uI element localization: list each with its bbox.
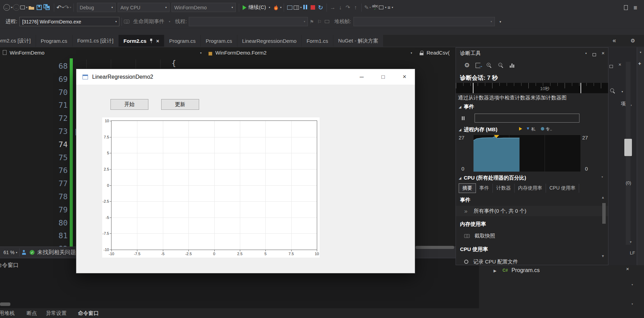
search-dropdown-icon[interactable]: ▾ bbox=[622, 90, 623, 93]
close-tab-icon[interactable]: × bbox=[156, 38, 159, 44]
close-panel-icon[interactable]: × bbox=[602, 50, 605, 56]
close-pane-icon[interactable]: × bbox=[618, 62, 621, 67]
command-scrollbar[interactable] bbox=[0, 302, 10, 306]
new-window-button[interactable]: ▾ bbox=[20, 3, 28, 12]
dtab-cpu-usage[interactable]: CPU 使用率 bbox=[546, 184, 579, 193]
dtab-summary[interactable]: 摘要 bbox=[459, 183, 476, 193]
hot-reload-button[interactable]: ▾ bbox=[274, 3, 282, 12]
message-button[interactable] bbox=[323, 17, 331, 27]
open-folder-button[interactable] bbox=[28, 3, 35, 12]
cpu-section-header[interactable]: ◢ CPU (所有处理器的百分比) bbox=[459, 175, 526, 181]
collapse-triangle-icon[interactable]: ◢ bbox=[459, 128, 461, 132]
dtab-counters[interactable]: 计数器 bbox=[493, 184, 515, 193]
save-all-button[interactable] bbox=[43, 3, 52, 12]
pause-events-icon[interactable] bbox=[461, 115, 465, 122]
tab-program-cs-2[interactable]: Program.cs bbox=[164, 35, 201, 47]
settings-gear-icon[interactable]: ⚙ bbox=[464, 61, 470, 69]
toolbar-options-button[interactable]: ≣ bbox=[632, 3, 639, 12]
process-combo[interactable]: [31276] WinFormDemo.exe▾ bbox=[19, 17, 119, 26]
memory-section-header[interactable]: ◢ 进程内存 (MB) bbox=[459, 126, 497, 133]
tab-nuget[interactable]: NuGet - 解决方案 bbox=[333, 35, 384, 47]
tab-form1-design[interactable]: Form1.cs [设计] bbox=[72, 35, 119, 47]
zoom-out-icon[interactable]: − bbox=[498, 62, 504, 68]
zoom-level[interactable]: 61 % bbox=[3, 250, 14, 255]
close-icon[interactable]: × bbox=[626, 266, 629, 272]
all-events-link[interactable]: 所有事件(0 个, 共 0 个) bbox=[474, 208, 526, 214]
tab-form2-design[interactable]: Form2.cs [设计] bbox=[0, 35, 36, 47]
scroll-tabs-icon[interactable]: « bbox=[613, 37, 616, 44]
graphs-scroll-down-icon[interactable]: ▾ bbox=[602, 175, 603, 179]
search-icon[interactable] bbox=[610, 88, 616, 95]
maximize-button[interactable]: □ bbox=[375, 72, 391, 82]
edge-dropdown-icon[interactable]: ▾ bbox=[640, 51, 641, 54]
show-next-statement-button[interactable]: → bbox=[329, 3, 336, 12]
health-text[interactable]: 未找到相关问题 bbox=[37, 249, 76, 256]
zoom-in-icon[interactable]: + bbox=[486, 62, 492, 68]
dtab-memory-usage[interactable]: 内存使用率 bbox=[515, 184, 546, 193]
redo-button[interactable]: ↷▾ bbox=[64, 3, 71, 12]
export-icon[interactable]: → bbox=[476, 63, 480, 68]
timeline-cursor-left[interactable] bbox=[473, 83, 474, 93]
lifecycle-events-button[interactable]: 生命周期事件 ▾ bbox=[124, 17, 170, 27]
code-cleanup-button[interactable]: ✎▾ bbox=[364, 3, 371, 12]
collapse-triangle-icon[interactable]: ◢ bbox=[459, 105, 461, 109]
tab-linearregressiondemo[interactable]: LinearRegressionDemo bbox=[237, 35, 302, 47]
tab-call-stack[interactable]: 调用堆栈 bbox=[0, 308, 14, 318]
navigate-back-button[interactable]: ← bbox=[3, 3, 10, 12]
navigate-forward-button[interactable]: → bbox=[12, 3, 20, 12]
text-tools-button[interactable]: ≡▾ bbox=[387, 3, 394, 12]
solution-item-label[interactable]: Program.cs bbox=[511, 267, 540, 273]
step-over-button[interactable]: ↷ bbox=[344, 3, 352, 12]
zoom-dropdown-icon[interactable]: ▾ bbox=[16, 251, 17, 254]
add-item-button[interactable] bbox=[622, 3, 630, 12]
close-button[interactable]: × bbox=[397, 72, 412, 82]
scroll-down-icon[interactable]: ▾ bbox=[632, 302, 633, 306]
form-title-bar[interactable]: LinearRegressionDemo2 ─ □ × bbox=[76, 69, 415, 85]
detail-scrollbar-thumb[interactable] bbox=[602, 203, 606, 224]
collapse-triangle-icon[interactable]: ◢ bbox=[459, 176, 461, 180]
restart-button[interactable]: ↻ bbox=[317, 3, 324, 12]
scroll-down-icon[interactable]: ▾ bbox=[630, 240, 632, 244]
pin-icon[interactable] bbox=[149, 38, 153, 43]
start-button[interactable]: 开始 bbox=[110, 99, 148, 110]
save-button[interactable] bbox=[35, 3, 43, 12]
tabbar-gear-icon[interactable]: ⚙ bbox=[631, 38, 635, 44]
step-into-button[interactable]: ↓ bbox=[336, 3, 344, 12]
thread-combo[interactable]: ▾ bbox=[189, 17, 308, 26]
startup-project-combo[interactable]: WinFormDemo▾ bbox=[172, 3, 236, 12]
dtab-events[interactable]: 事件 bbox=[476, 184, 493, 193]
breadcrumb-member[interactable]: ReadCsv( bbox=[427, 50, 450, 56]
horizontal-scrollbar[interactable] bbox=[416, 246, 454, 249]
toolbar-overflow-icon[interactable]: ▾ bbox=[500, 20, 501, 23]
record-cpu-row[interactable]: 记录 CPU 配置文件 bbox=[456, 257, 608, 265]
counters-chart-icon[interactable] bbox=[510, 63, 514, 68]
step-out-button[interactable]: ↑ bbox=[352, 3, 359, 12]
tab-breakpoints[interactable]: 断点 bbox=[27, 308, 37, 318]
breadcrumb-project-dropdown-icon[interactable]: ▾ bbox=[200, 51, 202, 55]
breadcrumb-type[interactable]: WinFormDemo.Form2 bbox=[215, 50, 266, 56]
ime-toggle-button[interactable]: ▾ bbox=[379, 3, 387, 12]
breadcrumb-type-dropdown-icon[interactable]: ▾ bbox=[411, 51, 412, 55]
scrollbar-thumb[interactable] bbox=[624, 139, 632, 156]
spell-check-button[interactable]: abc ✓ bbox=[371, 3, 379, 12]
live-share-icon[interactable] bbox=[22, 250, 26, 255]
tab-program-cs-1[interactable]: Program.cs bbox=[36, 35, 72, 47]
update-button[interactable]: 更新 bbox=[161, 99, 199, 110]
record-cpu-link[interactable]: 记录 CPU 配置文件 bbox=[473, 259, 518, 265]
tab-command-window[interactable]: 命令窗口 bbox=[78, 308, 99, 318]
flag-outline-button[interactable]: ⚐ bbox=[315, 17, 323, 27]
solution-configuration-combo[interactable]: Debug▾ bbox=[77, 3, 116, 12]
tab-form1-cs[interactable]: Form1.cs bbox=[302, 35, 333, 47]
stack-frame-combo[interactable]: ▾ bbox=[353, 17, 495, 26]
tab-program-cs-3[interactable]: Program.cs bbox=[201, 35, 237, 47]
events-section-header[interactable]: ◢ 事件 bbox=[459, 104, 474, 110]
detail-scroll-down-icon[interactable]: ▼ bbox=[601, 254, 605, 258]
break-all-button[interactable] bbox=[302, 3, 309, 12]
undo-button[interactable]: ↶▾ bbox=[56, 3, 64, 12]
take-snapshot-link[interactable]: 截取快照 bbox=[475, 233, 495, 239]
breadcrumb-project[interactable]: WinFormDemo bbox=[10, 50, 45, 56]
dock-target-icon[interactable]: + bbox=[638, 60, 641, 66]
window-layout-button[interactable]: ▾ bbox=[294, 3, 302, 12]
scroll-down-icon[interactable]: ▾ bbox=[632, 283, 633, 286]
continue-button[interactable]: 继续(C) ▾ bbox=[241, 3, 272, 12]
